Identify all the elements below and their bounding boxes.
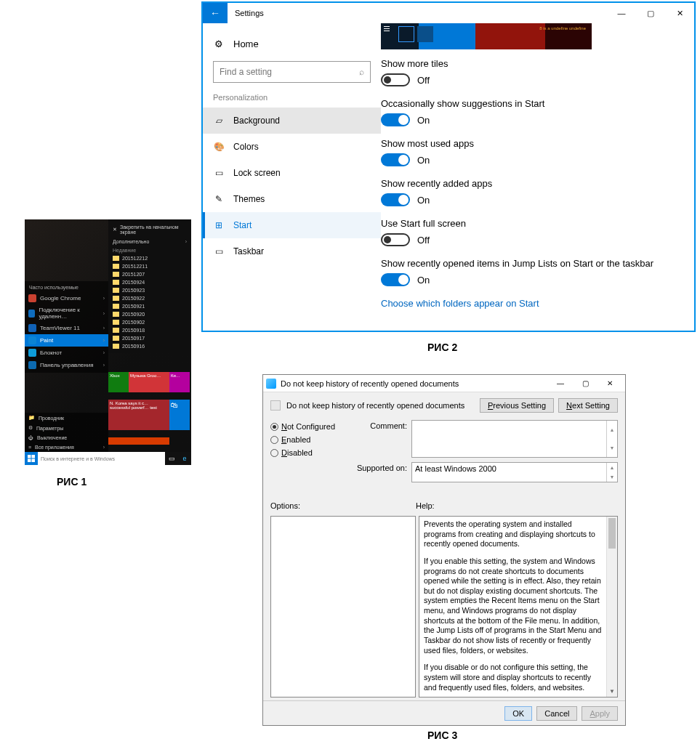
minimize-button[interactable]: — — [548, 375, 573, 392]
sidebar-item-lock-screen[interactable]: ▭Lock screen — [203, 160, 381, 186]
jump-list-item[interactable]: 20150924 — [108, 278, 191, 286]
ok-button[interactable]: OK — [504, 706, 532, 721]
toggle-switch[interactable] — [381, 73, 410, 86]
jump-list-item[interactable]: 201512212 — [108, 254, 191, 262]
app-icon — [28, 361, 36, 369]
jump-extra[interactable]: Дополнительно› — [108, 237, 191, 246]
sidebar-item-colors[interactable]: 🎨Colors — [203, 134, 381, 160]
folder-icon — [113, 312, 119, 317]
bottom-icon: 📁 — [28, 415, 35, 421]
scrollbar[interactable]: ▲ ▼ — [606, 517, 617, 697]
jump-list-item[interactable]: 20150902 — [108, 318, 191, 326]
folder-icon — [113, 256, 119, 261]
comment-box[interactable]: ▲▼ — [411, 420, 618, 458]
maximize-button[interactable]: ▢ — [573, 375, 598, 392]
jump-list-item[interactable]: 201512211 — [108, 262, 191, 270]
up-arrow-icon[interactable]: ▲ — [606, 463, 617, 472]
most-used-item[interactable]: Блокнот› — [25, 347, 108, 359]
sidebar-item-label: Colors — [233, 142, 259, 152]
sidebar-home[interactable]: ⚙ Home — [203, 32, 381, 55]
start-bottom-item[interactable]: ≡Все приложения› — [25, 442, 108, 452]
sidebar-item-background[interactable]: ▱Background — [203, 108, 381, 134]
toggle-switch[interactable] — [381, 153, 410, 166]
help-pane[interactable]: Prevents the operating system and instal… — [419, 516, 618, 698]
radio-label: Disabled — [281, 448, 313, 457]
gpo-header: Do not keep history of recently opened d… — [286, 401, 464, 410]
maximize-button[interactable]: ▢ — [636, 3, 665, 23]
jump-list-item[interactable]: 20150917 — [108, 334, 191, 342]
settings-search[interactable]: Find a setting ⌕ — [213, 61, 371, 83]
policy-icon — [270, 400, 281, 411]
jump-list-item[interactable]: 20150916 — [108, 342, 191, 350]
sidebar-item-taskbar[interactable]: ▭Taskbar — [203, 238, 381, 264]
jump-item-label: 20151207 — [122, 272, 145, 277]
start-tile[interactable]: 🛍 — [169, 400, 190, 430]
jump-item-label: 20150920 — [122, 312, 145, 317]
tile-label: N. Korea says it c… successful powerf… t… — [110, 401, 157, 410]
folders-link[interactable]: Choose which folders appear on Start — [381, 298, 684, 309]
task-view-icon[interactable]: ▭ — [165, 452, 178, 465]
jump-list-item[interactable]: 20150921 — [108, 302, 191, 310]
taskbar-icon: ▭ — [213, 246, 225, 257]
cancel-button[interactable]: Cancel — [536, 706, 577, 721]
option-label: Occasionally show suggestions in Start — [381, 98, 684, 109]
jump-list-item[interactable]: 20151207 — [108, 270, 191, 278]
bottom-label: Проводник — [39, 416, 64, 421]
down-arrow-icon[interactable]: ▼ — [606, 472, 617, 482]
tile-label: Ки… — [171, 373, 180, 378]
most-used-item[interactable]: Подключение к удаленн…› — [25, 304, 108, 322]
close-button[interactable]: ✕ — [598, 375, 622, 392]
start-bottom-item[interactable]: 📁Проводник — [25, 413, 108, 423]
toggle-switch[interactable] — [381, 113, 410, 126]
toggle-switch[interactable] — [381, 193, 410, 206]
toggle-state: On — [417, 195, 430, 206]
edge-icon[interactable]: e — [178, 452, 191, 465]
sidebar-item-themes[interactable]: ✎Themes — [203, 186, 381, 212]
start-bottom-item[interactable]: ⏻Выключение — [25, 433, 108, 442]
sidebar-item-label: Lock screen — [233, 168, 281, 178]
most-used-item[interactable]: Paint› — [25, 334, 108, 347]
sidebar-item-start[interactable]: ⊞Start — [203, 212, 381, 238]
jump-list-item[interactable]: 20150918 — [108, 326, 191, 334]
start-bottom-item[interactable]: ⚙Параметры — [25, 423, 108, 433]
bottom-icon: ⏻ — [28, 435, 33, 440]
most-used-item[interactable]: TeamViewer 11› — [25, 322, 108, 334]
prev-label-rest: revious Setting — [493, 401, 546, 410]
scroll-down-icon[interactable]: ▼ — [607, 687, 617, 697]
next-label-rest: ext Setting — [572, 401, 610, 410]
jump-list-item[interactable]: 20150922 — [108, 294, 191, 302]
down-arrow-icon[interactable]: ▼ — [606, 439, 617, 457]
start-tile[interactable]: Xbox — [108, 372, 129, 392]
chevron-right-icon: › — [103, 445, 105, 450]
start-tile[interactable] — [108, 437, 169, 445]
start-button[interactable] — [25, 452, 38, 465]
up-arrow-icon[interactable]: ▲ — [606, 421, 617, 439]
start-tile[interactable]: Ки… — [169, 372, 190, 392]
jump-list-item[interactable]: 20150923 — [108, 286, 191, 294]
previous-setting-button[interactable]: Previous Setting — [480, 398, 554, 413]
sidebar-item-label: Themes — [233, 194, 265, 204]
most-used-item[interactable]: Панель управления› — [25, 359, 108, 371]
next-setting-button[interactable]: Next Setting — [558, 398, 618, 413]
minimize-button[interactable]: — — [607, 3, 636, 23]
preview-text: 8 is a undefine undefine — [539, 26, 586, 32]
close-button[interactable]: ✕ — [665, 3, 694, 23]
start-tile[interactable]: N. Korea says it c… successful powerf… t… — [108, 400, 169, 430]
jump-list-item[interactable]: 20150920 — [108, 310, 191, 318]
folder-icon — [113, 336, 119, 341]
start-bottom-block: 📁Проводник⚙Параметры⏻Выключение≡Все прил… — [25, 413, 108, 452]
chevron-right-icon: › — [103, 350, 105, 355]
back-button[interactable]: ← — [203, 3, 228, 23]
toggle-switch[interactable] — [381, 233, 410, 246]
start-tile[interactable]: Музыка Groo… — [129, 372, 169, 392]
most-used-item[interactable]: Google Chrome› — [25, 292, 108, 304]
pin-to-start[interactable]: ✕ Закрепить на начальном экране — [108, 222, 191, 237]
scroll-thumb[interactable] — [608, 518, 616, 549]
brush-icon: ✎ — [213, 193, 225, 205]
jump-item-label: 20150921 — [122, 304, 145, 309]
jump-item-label: 201512211 — [122, 264, 148, 269]
options-pane[interactable] — [270, 516, 416, 698]
taskbar-search[interactable]: Поиск в интернете и в Windows — [38, 452, 165, 465]
sidebar-item-label: Background — [233, 116, 280, 126]
toggle-switch[interactable] — [381, 273, 410, 286]
